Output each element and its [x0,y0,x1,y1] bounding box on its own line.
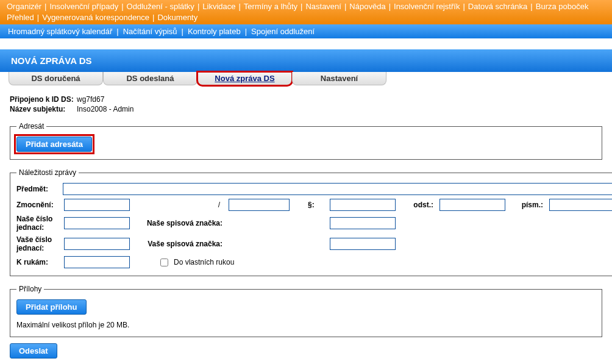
tab-ds-odeslana[interactable]: DS odeslaná [103,72,197,85]
tabs: DS doručená DS odeslaná Nová zpráva DS N… [0,72,612,85]
nav-insolvencni-rejstrik[interactable]: Insolvenční rejstřík [392,1,461,12]
adresat-legend: Adresát [16,122,46,130]
connected-id-value: wg7fd67 [77,95,104,104]
odst-input[interactable] [439,199,505,211]
nalezitosti-fieldset: Náležitosti zprávy Předmět: Zmocnění: / … [10,168,612,276]
vase-cislo-input[interactable] [64,238,130,250]
nav-insolvencni-pripady[interactable]: Insolvenční případy [48,1,120,12]
odst-label: odst.: [399,201,436,209]
nase-cislo-label: Naše číslo jednací: [16,215,60,232]
nase-cislo-input[interactable] [64,217,130,229]
nav-oddluzeni-splatky[interactable]: Oddlužení - splátky [125,1,196,12]
nav-terminy-lhuty[interactable]: Termíny a lhůty [242,1,299,12]
predmet-label: Předmět: [16,185,59,193]
tab-nastaveni[interactable]: Nastavení [292,72,386,85]
adresat-fieldset: Adresát Přidat adresáta [10,122,602,160]
nalezitosti-legend: Náležitosti zprávy [16,168,79,177]
send-button[interactable]: Odeslat [10,343,57,359]
nase-spis-input[interactable] [330,217,396,229]
page-title: NOVÁ ZPRÁVA DS [0,49,612,72]
vase-spis-label: Vaše spisová značka: [133,240,225,248]
nav-napoveda[interactable]: Nápověda [347,1,387,12]
zmocneni1-input[interactable] [64,199,130,211]
nav-organizer[interactable]: Organizér [5,1,43,12]
add-recipient-button[interactable]: Přidat adresáta [16,137,92,152]
nav-dokumenty[interactable]: Dokumenty [155,12,199,23]
nav-datova-schranka[interactable]: Datová schránka [466,1,530,12]
krukam-label: K rukám: [16,258,60,266]
top-nav-row1: Organizér| Insolvenční případy| Oddlužen… [5,1,610,12]
connected-id-label: Připojeno k ID DS: [10,95,77,104]
subnav-kontroly-plateb[interactable]: Kontroly plateb [186,27,243,36]
subnav-hromadny-kalendar[interactable]: Hromadný splátkový kalendář [6,27,114,36]
nase-spis-label: Naše spisová značka: [133,219,225,227]
content: Připojeno k ID DS: wg7fd67 Název subjekt… [0,85,612,364]
add-recipient-highlight: Přidat adresáta [16,137,92,152]
nav-prehled[interactable]: Přehled [5,12,36,23]
nav-nastaveni[interactable]: Nastavení [304,1,343,12]
pism-label: písm.: [509,201,546,209]
pism-input[interactable] [549,199,612,211]
par-input[interactable] [330,199,396,211]
nav-vygen-korespondence[interactable]: Vygenerovaná korespondence [40,12,151,23]
prilohy-legend: Přílohy [16,285,44,293]
predmet-input[interactable] [63,183,612,195]
top-nav: Organizér| Insolvenční případy| Oddlužen… [0,0,612,24]
subject-name-label: Název subjektu: [10,105,77,113]
subnav-spojeni-oddluzeni[interactable]: Spojení oddlužení [249,27,316,36]
vase-cislo-label: Vaše číslo jednací: [16,235,60,252]
do-vlastnich-rukou-label: Do vlastních rukou [174,258,234,266]
tab-ds-dorucena[interactable]: DS doručená [9,72,103,85]
krukam-input[interactable] [64,256,130,268]
zmocneni-label: Zmocnění: [16,201,60,209]
subnav-nacitani-vypisu[interactable]: Načítání výpisů [121,27,179,36]
par-label: §: [308,201,317,209]
add-attachment-button[interactable]: Přidat přílohu [16,299,87,315]
nav-likvidace[interactable]: Likvidace [201,1,237,12]
do-vlastnich-rukou-checkbox[interactable] [160,259,168,266]
sub-nav: Hromadný splátkový kalendář| Načítání vý… [0,24,612,38]
prilohy-fieldset: Přílohy Přidat přílohu Maximální velikos… [10,285,602,337]
top-nav-row2: Přehled| Vygenerovaná korespondence| Dok… [5,12,610,23]
attachment-size-note: Maximální velikost příloh je 20 MB. [16,321,596,329]
subject-name-value: Inso2008 - Admin [77,105,133,113]
tab-nova-zprava-ds[interactable]: Nová zpráva DS [197,72,292,85]
zmocneni2-input[interactable] [229,199,290,211]
vase-spis-input[interactable] [330,238,396,250]
nav-burza-pobocek[interactable]: Burza poboček [534,1,591,12]
